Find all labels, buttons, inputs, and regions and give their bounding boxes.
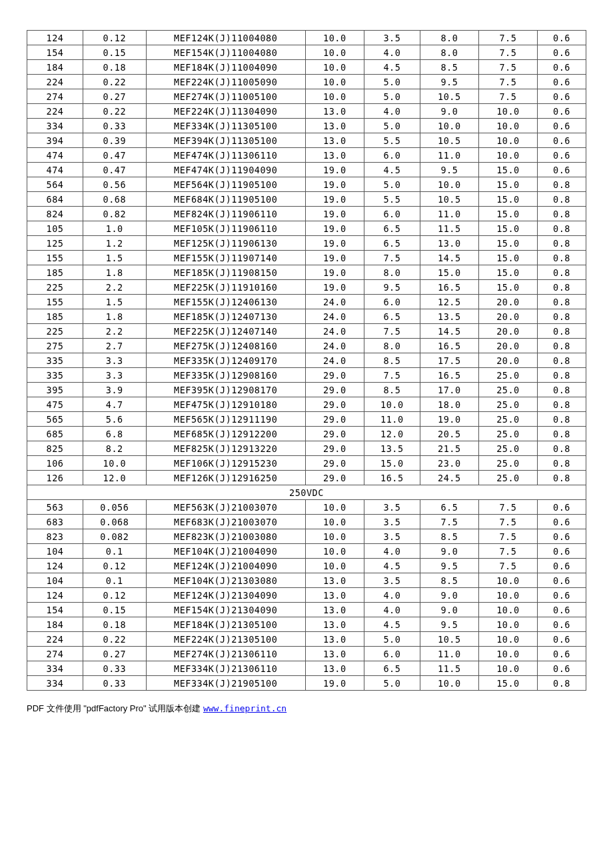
- table-cell: 274: [27, 647, 83, 661]
- table-cell: 0.8: [537, 207, 586, 221]
- table-cell: 7.5: [420, 515, 478, 529]
- table-cell: 475: [27, 397, 83, 412]
- table-cell: 184: [27, 60, 83, 75]
- table-cell: 7.5: [478, 31, 537, 45]
- table-cell: 0.8: [537, 676, 586, 691]
- table-row: 5655.6MEF565K(J)1291119029.011.019.025.0…: [27, 412, 586, 427]
- table-cell: 0.8: [537, 251, 586, 265]
- table-cell: MEF563K(J)21003070: [146, 500, 305, 515]
- table-cell: 25.0: [478, 412, 537, 427]
- table-cell: 7.5: [478, 529, 537, 544]
- table-cell: 14.5: [420, 324, 478, 339]
- table-cell: 15.0: [478, 251, 537, 265]
- table-row: 2252.2MEF225K(J)1240714024.07.514.520.00…: [27, 324, 586, 339]
- table-cell: 1.0: [83, 221, 146, 236]
- table-cell: 7.5: [364, 324, 420, 339]
- table-row: 2240.22MEF224K(J)1100509010.05.09.57.50.…: [27, 75, 586, 89]
- table-cell: 6.0: [364, 148, 420, 163]
- table-row: 4740.47MEF474K(J)1190409019.04.59.515.00…: [27, 163, 586, 177]
- table-cell: 15.0: [364, 456, 420, 471]
- table-cell: MEF124K(J)21304090: [146, 588, 305, 603]
- table-cell: 10.0: [478, 573, 537, 588]
- table-cell: 2.2: [83, 324, 146, 339]
- table-cell: 4.5: [364, 559, 420, 573]
- table-cell: 0.6: [537, 500, 586, 515]
- table-cell: MEF275K(J)12408160: [146, 339, 305, 353]
- table-cell: 10.0: [478, 133, 537, 148]
- table-cell: 10.0: [305, 45, 364, 60]
- table-cell: 11.5: [420, 221, 478, 236]
- table-cell: MEF334K(J)21306110: [146, 661, 305, 676]
- table-cell: 13.0: [420, 236, 478, 251]
- table-cell: MEF106K(J)12915230: [146, 456, 305, 471]
- table-cell: 25.0: [478, 427, 537, 441]
- table-cell: 13.0: [305, 647, 364, 661]
- table-cell: 24.0: [305, 309, 364, 324]
- table-cell: MEF824K(J)11906110: [146, 207, 305, 221]
- table-cell: 124: [27, 31, 83, 45]
- table-cell: MEF224K(J)11304090: [146, 104, 305, 119]
- table-cell: 11.0: [420, 148, 478, 163]
- table-cell: 29.0: [305, 441, 364, 456]
- table-cell: 0.8: [537, 383, 586, 397]
- table-cell: 0.8: [537, 177, 586, 192]
- table-cell: 10.0: [478, 617, 537, 632]
- table-cell: MEF823K(J)21003080: [146, 529, 305, 544]
- table-cell: 20.5: [420, 427, 478, 441]
- table-cell: 15.0: [478, 236, 537, 251]
- table-cell: 0.1: [83, 544, 146, 559]
- table-cell: 16.5: [420, 280, 478, 295]
- table-cell: 6.5: [364, 661, 420, 676]
- table-cell: 11.0: [420, 207, 478, 221]
- table-cell: 1.8: [83, 309, 146, 324]
- table-cell: 5.0: [364, 632, 420, 647]
- table-cell: 8.5: [364, 353, 420, 368]
- table-cell: 185: [27, 265, 83, 280]
- table-cell: 10.0: [478, 588, 537, 603]
- table-cell: 9.5: [364, 280, 420, 295]
- table-cell: 154: [27, 603, 83, 617]
- table-cell: 0.15: [83, 45, 146, 60]
- table-cell: 7.5: [478, 60, 537, 75]
- table-cell: 20.0: [478, 339, 537, 353]
- table-cell: 23.0: [420, 456, 478, 471]
- table-cell: 0.6: [537, 31, 586, 45]
- table-cell: 0.068: [83, 515, 146, 529]
- table-cell: MEF184K(J)11004090: [146, 60, 305, 75]
- table-cell: 4.5: [364, 163, 420, 177]
- table-cell: 0.39: [83, 133, 146, 148]
- table-cell: 0.22: [83, 104, 146, 119]
- table-cell: 0.56: [83, 177, 146, 192]
- table-cell: 10.0: [420, 177, 478, 192]
- table-cell: 10.0: [305, 544, 364, 559]
- table-cell: 6.0: [364, 207, 420, 221]
- table-cell: 0.22: [83, 632, 146, 647]
- table-cell: 4.0: [364, 45, 420, 60]
- table-cell: 4.0: [364, 104, 420, 119]
- table-cell: MEF184K(J)21305100: [146, 617, 305, 632]
- table-cell: 20.0: [478, 324, 537, 339]
- table-cell: 224: [27, 104, 83, 119]
- table-row: 1540.15MEF154K(J)1100408010.04.08.07.50.…: [27, 45, 586, 60]
- table-cell: 13.0: [305, 573, 364, 588]
- table-cell: 824: [27, 207, 83, 221]
- table-cell: 8.0: [364, 265, 420, 280]
- table-cell: 0.8: [537, 265, 586, 280]
- table-cell: 10.0: [305, 559, 364, 573]
- table-cell: MEF125K(J)11906130: [146, 236, 305, 251]
- table-cell: 0.6: [537, 75, 586, 89]
- table-cell: 155: [27, 295, 83, 309]
- table-cell: 8.5: [420, 529, 478, 544]
- footer-link[interactable]: www.fineprint.cn: [203, 703, 287, 713]
- table-cell: 10.5: [420, 192, 478, 207]
- table-cell: 106: [27, 456, 83, 471]
- table-cell: MEF335K(J)12409170: [146, 353, 305, 368]
- table-cell: MEF564K(J)11905100: [146, 177, 305, 192]
- table-cell: 19.0: [305, 251, 364, 265]
- table-cell: 3.5: [364, 515, 420, 529]
- table-cell: 13.0: [305, 661, 364, 676]
- table-row: 1051.0MEF105K(J)1190611019.06.511.515.00…: [27, 221, 586, 236]
- table-cell: 0.8: [537, 441, 586, 456]
- table-cell: 10.0: [305, 31, 364, 45]
- table-cell: 3.3: [83, 353, 146, 368]
